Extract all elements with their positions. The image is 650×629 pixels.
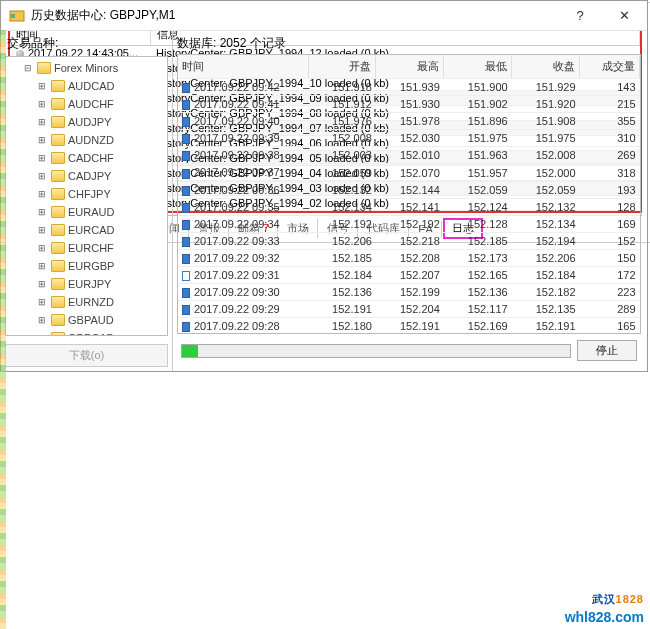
tree-label: EURCHF [68, 240, 114, 256]
folder-icon [51, 188, 65, 200]
table-row[interactable]: 2017.09.22 09:36152.132152.144152.059152… [178, 181, 640, 198]
tree-label: Forex Minors [54, 60, 118, 76]
tree-item-gbpaud[interactable]: ⊞GBPAUD [6, 311, 167, 329]
tree-item-gbpcad[interactable]: ⊞GBPCAD [6, 329, 167, 336]
tree-label: GBPAUD [68, 312, 114, 328]
tree-label: AUDCHF [68, 96, 114, 112]
table-row[interactable]: 2017.09.22 09:35152.134152.141152.124152… [178, 198, 640, 215]
folder-icon [51, 152, 65, 164]
candle-icon [182, 203, 190, 213]
candle-icon [182, 186, 190, 196]
folder-icon [51, 224, 65, 236]
symbol-tree[interactable]: ⊟Forex Minors⊞AUDCAD⊞AUDCHF⊞AUDJPY⊞AUDNZ… [5, 56, 168, 336]
table-row[interactable]: 2017.09.22 09:42151.918151.939151.900151… [178, 79, 640, 96]
close-button[interactable]: ✕ [609, 8, 639, 23]
candle-icon [182, 100, 190, 110]
tree-expander[interactable]: ⊞ [36, 276, 48, 292]
folder-icon [51, 296, 65, 308]
table-row[interactable]: 2017.09.22 09:30152.136152.199152.136152… [178, 284, 640, 301]
left-panel: 交易品种: ⊟Forex Minors⊞AUDCAD⊞AUDCHF⊞AUDJPY… [1, 31, 173, 371]
tree-expander[interactable]: ⊞ [36, 294, 48, 310]
tree-item-eurcad[interactable]: ⊞EURCAD [6, 221, 167, 239]
download-button: 下载(o) [5, 344, 168, 367]
tree-expander[interactable]: ⊞ [36, 258, 48, 274]
folder-icon [51, 116, 65, 128]
table-row[interactable]: 2017.09.22 09:40151.976151.978151.896151… [178, 113, 640, 130]
tree-item-euraud[interactable]: ⊞EURAUD [6, 203, 167, 221]
decorative-edge [0, 30, 6, 629]
tree-label: EURNZD [68, 294, 114, 310]
tree-item-audnzd[interactable]: ⊞AUDNZD [6, 131, 167, 149]
tree-expander[interactable]: ⊞ [36, 114, 48, 130]
col-3[interactable]: 最低 [444, 55, 512, 79]
candle-icon [182, 271, 190, 281]
table-row[interactable]: 2017.09.22 09:34152.192152.192152.128152… [178, 215, 640, 232]
folder-icon [51, 170, 65, 182]
folder-icon [51, 134, 65, 146]
table-row[interactable]: 2017.09.22 09:32152.185152.208152.173152… [178, 249, 640, 266]
candle-icon [182, 288, 190, 298]
tree-expander[interactable]: ⊞ [36, 96, 48, 112]
table-row[interactable]: 2017.09.22 09:29152.191152.204152.117152… [178, 301, 640, 318]
tree-expander[interactable]: ⊞ [36, 78, 48, 94]
table-row[interactable]: 2017.09.22 09:31152.184152.207152.165152… [178, 267, 640, 284]
tree-label: CADJPY [68, 168, 111, 184]
data-grid-scroll[interactable]: 时间开盘最高最低收盘成交量 2017.09.22 09:42151.918151… [178, 55, 640, 333]
stop-button[interactable]: 停止 [577, 340, 637, 361]
tree-label: AUDCAD [68, 78, 114, 94]
folder-icon [51, 206, 65, 218]
tree-item-eurchf[interactable]: ⊞EURCHF [6, 239, 167, 257]
help-button[interactable]: ? [565, 8, 595, 23]
tree-expander[interactable]: ⊞ [36, 222, 48, 238]
tree-expander[interactable]: ⊞ [36, 150, 48, 166]
history-center-window: 历史数据中心: GBPJPY,M1 ? ✕ 交易品种: ⊟Forex Minor… [0, 0, 648, 372]
folder-icon [51, 80, 65, 92]
tree-expander[interactable]: ⊞ [36, 204, 48, 220]
candle-icon [182, 134, 190, 144]
candle-icon [182, 305, 190, 315]
tree-item-audjpy[interactable]: ⊞AUDJPY [6, 113, 167, 131]
tree-item-eurgbp[interactable]: ⊞EURGBP [6, 257, 167, 275]
tree-label: AUDJPY [68, 114, 111, 130]
tree-expander[interactable]: ⊞ [36, 168, 48, 184]
col-5[interactable]: 成交量 [580, 55, 640, 79]
database-label: 数据库: 2052 个记录 [177, 35, 641, 52]
folder-icon [51, 332, 65, 336]
col-1[interactable]: 开盘 [308, 55, 376, 79]
window-title: 历史数据中心: GBPJPY,M1 [31, 7, 565, 24]
tree-item-cadchf[interactable]: ⊞CADCHF [6, 149, 167, 167]
tree-item-chfjpy[interactable]: ⊞CHFJPY [6, 185, 167, 203]
folder-icon [51, 278, 65, 290]
table-row[interactable]: 2017.09.22 09:41151.912151.930151.902151… [178, 96, 640, 113]
tree-label: EURGBP [68, 258, 114, 274]
folder-icon [37, 62, 51, 74]
col-2[interactable]: 最高 [376, 55, 444, 79]
candle-icon [182, 151, 190, 161]
table-row[interactable]: 2017.09.22 09:39152.008152.030151.975151… [178, 130, 640, 147]
tree-expander[interactable]: ⊞ [36, 186, 48, 202]
table-row[interactable]: 2017.09.22 09:37152.059152.070151.957152… [178, 164, 640, 181]
table-row[interactable]: 2017.09.22 09:38152.003152.010151.963152… [178, 147, 640, 164]
table-row[interactable]: 2017.09.22 09:33152.206152.218152.185152… [178, 232, 640, 249]
tree-expander[interactable]: ⊞ [36, 132, 48, 148]
tree-expander[interactable]: ⊞ [36, 312, 48, 328]
tree-item-audcad[interactable]: ⊞AUDCAD [6, 77, 167, 95]
tree-item-audchf[interactable]: ⊞AUDCHF [6, 95, 167, 113]
candle-icon [182, 117, 190, 127]
folder-icon [51, 314, 65, 326]
col-4[interactable]: 收盘 [512, 55, 580, 79]
col-0[interactable]: 时间 [178, 55, 308, 79]
tree-expander[interactable]: ⊞ [36, 330, 48, 336]
table-row[interactable]: 2017.09.22 09:28152.180152.191152.169152… [178, 318, 640, 333]
tree-item-eurjpy[interactable]: ⊞EURJPY [6, 275, 167, 293]
tree-label: CADCHF [68, 150, 114, 166]
tree-expander[interactable]: ⊞ [36, 240, 48, 256]
folder-icon [51, 242, 65, 254]
tree-label: EURJPY [68, 276, 111, 292]
tree-item-eurnzd[interactable]: ⊞EURNZD [6, 293, 167, 311]
candle-icon [182, 322, 190, 332]
tree-item-forex minors[interactable]: ⊟Forex Minors [6, 59, 167, 77]
watermark: 武汉1828 whl828.com [565, 583, 644, 625]
tree-item-cadjpy[interactable]: ⊞CADJPY [6, 167, 167, 185]
tree-expander[interactable]: ⊟ [22, 60, 34, 76]
